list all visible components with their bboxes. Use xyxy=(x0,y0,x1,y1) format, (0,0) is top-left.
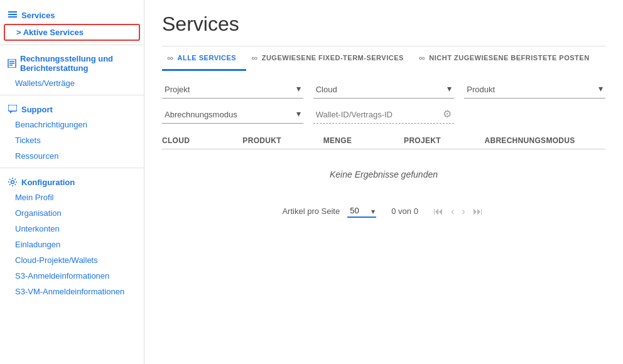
items-per-page-wrapper: 50 10 25 100 ▾ xyxy=(347,205,376,218)
tab-all-services-label: ALLE SERVICES xyxy=(177,54,236,62)
sidebar-item-label: Unterkonten xyxy=(15,224,60,233)
sidebar-item-label: S3-Anmeldeinformationen xyxy=(15,271,109,281)
col-cloud: Cloud xyxy=(162,136,242,145)
settings-icon: ⚙ xyxy=(443,108,452,120)
sidebar-section-configuration[interactable]: Konfiguration xyxy=(0,172,144,190)
sidebar-divider-3 xyxy=(0,168,144,168)
pagination: Artikel pro Seite 50 10 25 100 ▾ 0 von 0… xyxy=(162,205,605,218)
list-icon xyxy=(8,10,18,20)
tab-assigned-services-label: ZUGEWIESENE FIXED-TERM-SERVICES xyxy=(262,54,404,62)
sidebar-section-services[interactable]: Services xyxy=(0,5,144,23)
sidebar-item-aktive-services[interactable]: Aktive Services xyxy=(4,24,140,41)
svg-rect-4 xyxy=(9,61,14,62)
sidebar-item-label: Aktive Services xyxy=(23,28,84,37)
pagination-nav: ⏮ ‹ › ⏭ xyxy=(431,205,485,218)
gear-icon xyxy=(8,177,18,187)
table-container: Cloud Produkt Menge Projekt Abrechnungsm… xyxy=(162,131,605,195)
filter-projekt[interactable]: Projekt xyxy=(162,81,303,99)
tabs-bar: ∞ ALLE SERVICES ∞ ZUGEWIESENE FIXED-TERM… xyxy=(162,46,605,71)
svg-rect-2 xyxy=(8,16,17,18)
tab-unassigned-services-label: NICHT ZUGEWIESENE BEFRISTETE POSTEN xyxy=(429,54,589,62)
svg-rect-6 xyxy=(9,65,13,66)
sidebar-item-my-profile[interactable]: Mein Profil xyxy=(0,190,144,205)
sidebar-item-invitations[interactable]: Einladungen xyxy=(0,237,144,252)
svg-point-9 xyxy=(11,181,14,184)
filter-produkt[interactable]: Produkt xyxy=(464,81,605,99)
sidebar-item-label: Wallets/Verträge xyxy=(15,78,75,88)
items-per-page-select[interactable]: 50 10 25 100 xyxy=(347,205,376,218)
sidebar-item-s3-info[interactable]: S3-Anmeldeinformationen xyxy=(0,268,144,284)
chat-icon xyxy=(8,104,18,114)
main-content: Services ∞ ALLE SERVICES ∞ ZUGEWIESENE F… xyxy=(144,0,623,364)
sidebar-item-tickets[interactable]: Tickets xyxy=(0,132,144,148)
filter-row-1: Projekt ▾ Cloud ▾ Produkt ▾ xyxy=(162,81,605,99)
pagination-count: 0 von 0 xyxy=(391,206,418,216)
sidebar-item-label: Ressourcen xyxy=(15,151,58,161)
items-per-page-label: Artikel pro Seite xyxy=(282,206,340,216)
filter-produkt-wrapper: Produkt ▾ xyxy=(464,81,605,99)
svg-rect-1 xyxy=(8,14,17,15)
sidebar-item-wallets[interactable]: Wallets/Verträge xyxy=(0,75,144,91)
infinity-icon-all: ∞ xyxy=(167,53,173,63)
col-abrechnungsmodus: Abrechnungsmodus xyxy=(484,136,605,145)
sidebar-divider-1 xyxy=(0,45,144,45)
sidebar-item-label: Organisation xyxy=(15,208,62,218)
svg-rect-5 xyxy=(9,63,14,64)
sidebar-item-label: Cloud-Projekte/Wallets xyxy=(15,255,98,265)
page-title: Services xyxy=(162,13,605,36)
infinity-icon-unassigned: ∞ xyxy=(419,53,425,63)
pagination-prev-button[interactable]: ‹ xyxy=(448,205,457,218)
sidebar-section-billing[interactable]: Rechnungsstellung und Berichterstattung xyxy=(0,49,144,75)
pagination-last-button[interactable]: ⏭ xyxy=(470,205,485,218)
pagination-next-button[interactable]: › xyxy=(459,205,467,218)
col-projekt: Projekt xyxy=(404,136,484,145)
filter-wallet-id[interactable] xyxy=(313,106,455,124)
filter-cloud[interactable]: Cloud xyxy=(313,81,455,99)
document-icon xyxy=(8,58,16,68)
sidebar-item-subaccounts[interactable]: Unterkonten xyxy=(0,221,144,237)
sidebar-item-cloud-projects[interactable]: Cloud-Projekte/Wallets xyxy=(0,252,144,268)
sidebar-item-organisation[interactable]: Organisation xyxy=(0,205,144,221)
sidebar-item-label: Einladungen xyxy=(15,240,60,249)
filter-row-2: Abrechnungsmodus ▾ ⚙ xyxy=(162,106,605,124)
col-menge: Menge xyxy=(323,136,404,145)
filter-wallet-id-wrapper: ⚙ xyxy=(313,106,455,124)
sidebar-item-label: Tickets xyxy=(15,136,41,145)
svg-rect-0 xyxy=(8,11,17,13)
svg-rect-7 xyxy=(8,105,17,111)
tab-unassigned-services[interactable]: ∞ NICHT ZUGEWIESENE BEFRISTETE POSTEN xyxy=(414,46,600,71)
sidebar-item-label: Benachrichtigungen xyxy=(15,120,87,129)
sidebar-section-support-label: Support xyxy=(21,105,53,114)
sidebar-item-label: S3-VM-Anmeldeinformationen xyxy=(15,287,124,296)
filter-abrechnungsmodus[interactable]: Abrechnungsmodus xyxy=(162,106,303,124)
sidebar-item-notifications[interactable]: Benachrichtigungen xyxy=(0,117,144,132)
col-produkt: Produkt xyxy=(242,136,323,145)
table-header: Cloud Produkt Menge Projekt Abrechnungsm… xyxy=(162,131,605,149)
filter-cloud-wrapper: Cloud ▾ xyxy=(313,81,455,99)
sidebar: Services Aktive Services Rechnungsstellu… xyxy=(0,0,144,364)
sidebar-section-services-label: Services xyxy=(21,11,55,20)
filter-abrechnungsmodus-wrapper: Abrechnungsmodus ▾ xyxy=(162,106,303,124)
sidebar-section-support[interactable]: Support xyxy=(0,99,144,117)
sidebar-item-resources[interactable]: Ressourcen xyxy=(0,148,144,164)
sidebar-section-configuration-label: Konfiguration xyxy=(21,178,75,187)
tab-assigned-services[interactable]: ∞ ZUGEWIESENE FIXED-TERM-SERVICES xyxy=(246,46,414,71)
sidebar-section-billing-label: Rechnungsstellung und Berichterstattung xyxy=(20,54,136,73)
pagination-first-button[interactable]: ⏮ xyxy=(431,205,446,218)
sidebar-item-label: Mein Profil xyxy=(15,193,53,202)
filter-projekt-wrapper: Projekt ▾ xyxy=(162,81,303,99)
table-empty-message: Keine Ergebnisse gefunden xyxy=(162,149,605,195)
tab-all-services[interactable]: ∞ ALLE SERVICES xyxy=(162,46,246,71)
sidebar-item-s3-vm-info[interactable]: S3-VM-Anmeldeinformationen xyxy=(0,284,144,299)
infinity-icon-assigned: ∞ xyxy=(251,53,257,63)
sidebar-divider-2 xyxy=(0,95,144,95)
